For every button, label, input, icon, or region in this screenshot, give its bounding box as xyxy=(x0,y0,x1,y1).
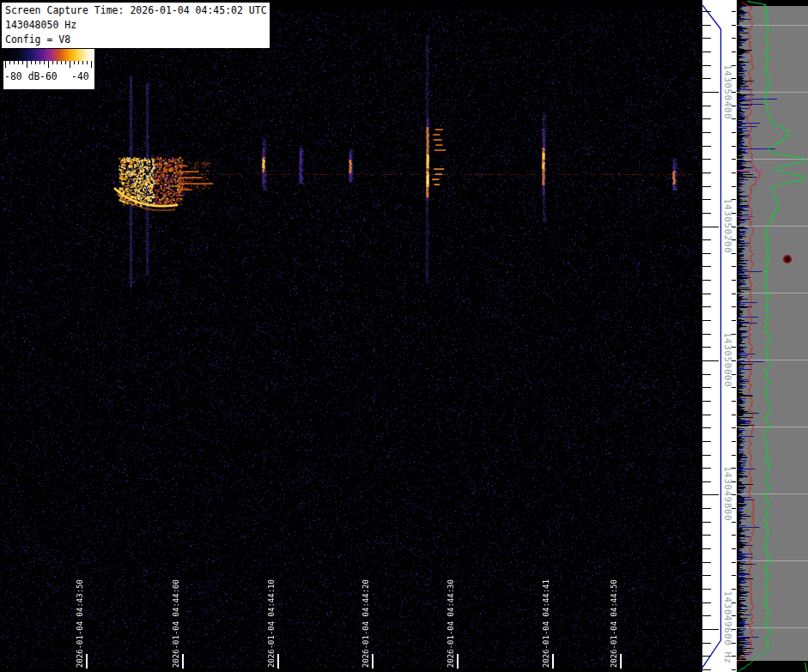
freq-tick-right xyxy=(732,535,736,536)
legend-tick xyxy=(5,61,6,68)
freq-tick xyxy=(702,92,719,93)
freq-tick-right xyxy=(732,575,736,576)
legend-label-80db: -80 dB xyxy=(4,70,40,82)
freq-tick-right xyxy=(732,253,736,254)
freq-tick xyxy=(702,427,711,428)
freq-tick xyxy=(702,535,711,536)
freq-tick-right xyxy=(732,522,736,523)
freq-tick-right xyxy=(732,427,736,428)
freq-tick-right xyxy=(732,441,736,442)
freq-tick xyxy=(702,347,711,348)
freq-axis-label: 143050400 xyxy=(722,64,733,119)
freq-tick-right xyxy=(732,159,736,160)
freq-tick xyxy=(702,401,711,402)
legend-tick xyxy=(44,61,45,64)
freq-tick xyxy=(702,615,711,616)
freq-tick xyxy=(702,455,711,456)
freq-tick xyxy=(702,306,711,307)
freq-tick-right xyxy=(732,548,736,549)
freq-tick xyxy=(702,78,711,79)
legend-tick xyxy=(22,61,23,64)
freq-tick-right xyxy=(732,146,736,147)
time-axis-label: 2026-01-04 04:44:41 xyxy=(542,579,550,668)
freq-tick xyxy=(702,360,719,361)
freq-tick xyxy=(702,294,711,294)
freq-tick xyxy=(702,656,711,657)
freq-tick xyxy=(702,562,711,563)
freq-tick xyxy=(702,387,711,388)
freq-tick xyxy=(702,548,711,549)
freq-tick xyxy=(702,253,711,254)
freq-tick-right xyxy=(732,132,736,133)
freq-tick-right xyxy=(732,173,736,173)
freq-tick xyxy=(702,146,711,147)
time-axis-label: 2026-01-04 04:44:00 xyxy=(172,579,180,668)
time-axis-label: 2026-01-04 04:44:20 xyxy=(361,579,370,668)
freq-tick xyxy=(702,481,711,482)
freq-tick-right xyxy=(732,38,736,39)
freq-tick-right xyxy=(732,25,736,26)
time-tick xyxy=(620,654,622,669)
legend-tick xyxy=(74,61,75,64)
legend-tick xyxy=(9,61,10,64)
capture-time-text: Screen Capture Time: 2026-01-04 04:45:02… xyxy=(5,3,270,18)
legend-tick xyxy=(65,61,66,64)
legend-tick xyxy=(91,61,92,68)
freq-tick xyxy=(702,643,711,644)
legend-tick xyxy=(35,61,36,64)
time-axis-label: 2026-01-04 04:44:30 xyxy=(447,579,455,668)
freq-tick xyxy=(702,159,711,160)
freq-tick xyxy=(702,415,711,415)
legend-tick xyxy=(61,61,62,64)
freq-tick xyxy=(702,522,711,523)
freq-tick-right xyxy=(732,562,736,563)
freq-tick xyxy=(702,132,711,133)
freq-tick xyxy=(702,213,711,214)
legend-tick xyxy=(70,61,70,68)
legend-tick xyxy=(14,61,15,64)
freq-tick xyxy=(702,227,719,227)
freq-axis-label: 143049800 xyxy=(722,466,733,521)
time-axis-label: 2026-01-04 04:43:50 xyxy=(76,579,84,668)
freq-tick xyxy=(702,320,711,321)
freq-tick xyxy=(702,51,711,52)
freq-tick xyxy=(702,38,711,39)
freq-tick-right xyxy=(732,266,736,267)
waterfall-spectrogram[interactable] xyxy=(0,0,702,672)
frequency-ruler[interactable]: 1430504001430502001430500001430498001430… xyxy=(702,0,737,672)
freq-tick xyxy=(702,11,711,12)
freq-tick xyxy=(702,186,711,187)
legend-tick xyxy=(82,61,83,64)
legend-labels: -80 dB -60 -40 xyxy=(3,68,94,88)
spectrum-graph-panel[interactable] xyxy=(737,0,808,672)
freq-tick-right xyxy=(732,11,736,12)
freq-tick-right xyxy=(732,320,736,321)
freq-tick-right xyxy=(732,186,736,187)
freq-tick xyxy=(702,199,711,200)
color-gradient-bar xyxy=(3,49,94,61)
legend-tick xyxy=(48,61,49,68)
time-tick xyxy=(277,654,279,669)
time-tick xyxy=(457,654,459,669)
freq-tick xyxy=(702,629,719,630)
time-tick xyxy=(86,654,88,669)
capture-info-overlay: Screen Capture Time: 2026-01-04 04:45:02… xyxy=(2,3,270,48)
freq-tick xyxy=(702,669,711,670)
legend-tick xyxy=(18,61,19,64)
time-axis-label: 2026-01-04 04:44:50 xyxy=(610,579,618,668)
freq-tick xyxy=(702,602,711,603)
freq-tick xyxy=(702,25,711,26)
freq-tick-right xyxy=(732,387,736,388)
freq-tick-right xyxy=(732,294,736,294)
time-tick xyxy=(552,654,554,669)
time-axis-label: 2026-01-04 04:44:10 xyxy=(267,579,276,668)
legend-tick xyxy=(39,61,40,64)
freq-tick-right xyxy=(732,415,736,415)
freq-tick xyxy=(702,508,711,509)
freq-tick-right xyxy=(732,455,736,456)
time-tick xyxy=(372,654,374,669)
freq-tick xyxy=(702,65,711,66)
freq-tick xyxy=(702,589,711,590)
legend-label-40: -40 xyxy=(71,70,89,82)
legend-tick xyxy=(57,61,58,64)
